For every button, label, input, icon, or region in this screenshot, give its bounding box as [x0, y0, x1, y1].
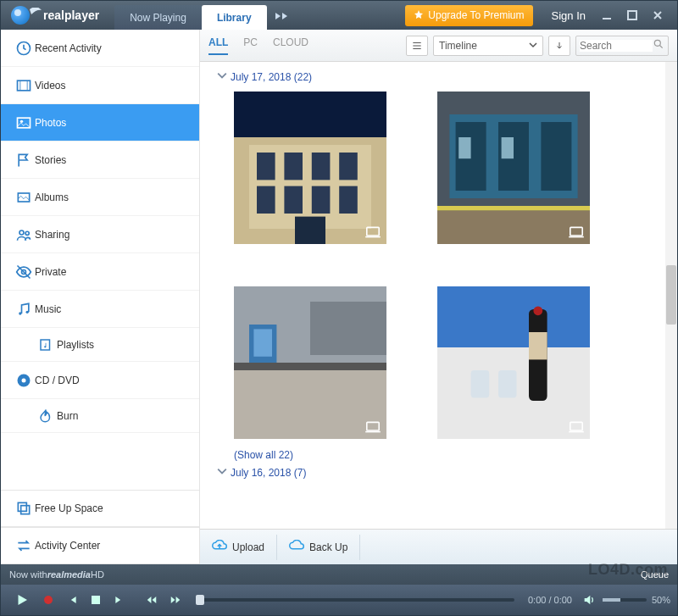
svg-point-11	[26, 310, 29, 313]
sidebar-item-playlists[interactable]: Playlists	[1, 328, 199, 362]
scrollbar-track[interactable]	[665, 62, 677, 529]
pc-location-icon	[568, 420, 585, 434]
svg-point-7	[19, 230, 24, 235]
sidebar-item-private[interactable]: Private	[1, 253, 199, 291]
signin-link[interactable]: Sign In	[542, 9, 596, 22]
filter-all[interactable]: ALL	[208, 36, 228, 55]
svg-rect-58	[498, 370, 517, 397]
promo-bar: Now with realmedia HD Queue	[1, 564, 677, 585]
volume-bar[interactable]	[603, 598, 647, 602]
sidebar-item-activity-center[interactable]: Activity Center	[1, 527, 199, 564]
seek-bar[interactable]	[196, 598, 514, 602]
date-group-date: July 16, 2018	[231, 467, 291, 479]
chevron-down-icon	[217, 70, 227, 83]
volume-percent: 50%	[652, 595, 670, 605]
film-icon	[13, 77, 35, 94]
sidebar: Recent Activity Videos Photos Stories Al…	[1, 30, 200, 564]
upload-button[interactable]: Upload	[200, 535, 277, 560]
svg-rect-23	[284, 153, 303, 180]
forward-button[interactable]	[164, 588, 187, 612]
svg-rect-22	[257, 153, 275, 180]
svg-point-56	[533, 306, 542, 315]
upgrade-button[interactable]: Upgrade To Premium	[405, 5, 532, 26]
playlist-icon	[35, 337, 57, 352]
sidebar-item-label: Sharing	[35, 229, 69, 241]
svg-rect-59	[570, 422, 582, 430]
svg-point-18	[654, 40, 660, 46]
date-group-header-2[interactable]: July 16, 2018 (7)	[217, 466, 660, 479]
svg-point-13	[44, 346, 46, 347]
svg-rect-39	[502, 137, 514, 158]
photo-thumbnail[interactable]	[234, 92, 386, 244]
pc-location-icon	[364, 420, 381, 434]
sort-dropdown[interactable]: Timeline	[433, 36, 543, 56]
svg-rect-16	[18, 502, 26, 511]
sidebar-item-free-up-space[interactable]: Free Up Space	[1, 490, 199, 527]
photo-thumbnail[interactable]	[437, 286, 590, 439]
app-name: realplayer	[43, 8, 99, 22]
prev-track-button[interactable]	[60, 588, 84, 612]
maximize-button[interactable]	[621, 7, 643, 24]
backup-button[interactable]: Back Up	[277, 535, 360, 560]
sidebar-item-photos[interactable]: Photos	[1, 104, 199, 142]
sidebar-item-burn[interactable]: Burn	[1, 399, 199, 433]
svg-rect-60	[569, 431, 584, 433]
svg-rect-40	[437, 210, 590, 244]
tab-expand-icon[interactable]	[267, 4, 296, 30]
sidebar-item-label: Recent Activity	[35, 42, 102, 54]
promo-prefix: Now with	[9, 569, 47, 580]
sidebar-item-label: Activity Center	[35, 540, 100, 552]
svg-rect-30	[295, 217, 325, 244]
next-track-button[interactable]	[108, 588, 131, 612]
svg-rect-62	[92, 596, 100, 604]
svg-rect-29	[339, 186, 358, 214]
tab-now-playing[interactable]: Now Playing	[114, 5, 202, 30]
scrollbar-thumb[interactable]	[666, 265, 676, 325]
queue-link[interactable]: Queue	[641, 569, 669, 580]
search-icon	[653, 38, 664, 53]
app-logo: realplayer	[1, 6, 109, 25]
rewind-button[interactable]	[140, 588, 164, 612]
filter-pc[interactable]: PC	[243, 36, 258, 55]
date-group-header-1[interactable]: July 17, 2018 (22)	[217, 70, 660, 83]
sort-direction-button[interactable]	[548, 36, 570, 56]
show-all-link[interactable]: (Show all 22)	[217, 439, 660, 466]
stop-button[interactable]	[84, 588, 108, 612]
date-group-count: (7)	[294, 467, 307, 479]
backup-label: Back Up	[309, 541, 347, 553]
date-group-count: (22)	[294, 71, 312, 83]
play-button[interactable]	[8, 588, 36, 612]
record-button[interactable]	[36, 588, 60, 612]
sidebar-item-cd-dvd[interactable]: CD / DVD	[1, 362, 199, 399]
sidebar-item-label: CD / DVD	[35, 375, 80, 386]
svg-point-10	[19, 312, 21, 314]
filter-cloud[interactable]: CLOUD	[273, 36, 308, 55]
sidebar-item-label: Photos	[35, 117, 66, 129]
photo-thumbnail[interactable]	[437, 92, 590, 244]
sidebar-item-recent-activity[interactable]: Recent Activity	[1, 30, 199, 67]
flag-icon	[13, 152, 35, 169]
playback-time: 0:00 / 0:00	[523, 595, 572, 605]
tab-library[interactable]: Library	[202, 5, 267, 30]
photo-thumbnail[interactable]	[234, 286, 386, 439]
svg-rect-0	[603, 18, 611, 19]
search-input[interactable]	[580, 40, 653, 52]
sidebar-item-stories[interactable]: Stories	[1, 142, 199, 179]
svg-rect-55	[529, 332, 547, 359]
mute-button[interactable]	[577, 588, 601, 612]
chevron-down-icon	[529, 40, 537, 52]
svg-rect-37	[541, 122, 571, 191]
promo-brand: realmedia	[47, 569, 91, 580]
search-field[interactable]	[575, 36, 669, 56]
minimize-button[interactable]	[596, 7, 618, 24]
close-button[interactable]	[647, 7, 669, 24]
svg-rect-12	[41, 340, 50, 350]
sidebar-item-albums[interactable]: Albums	[1, 179, 199, 216]
svg-point-8	[25, 231, 29, 235]
seek-handle[interactable]	[196, 595, 204, 605]
list-view-button[interactable]	[406, 36, 428, 56]
sidebar-item-music[interactable]: Music	[1, 291, 199, 328]
sidebar-item-label: Albums	[35, 191, 69, 203]
sidebar-item-videos[interactable]: Videos	[1, 67, 199, 104]
sidebar-item-sharing[interactable]: Sharing	[1, 216, 199, 253]
